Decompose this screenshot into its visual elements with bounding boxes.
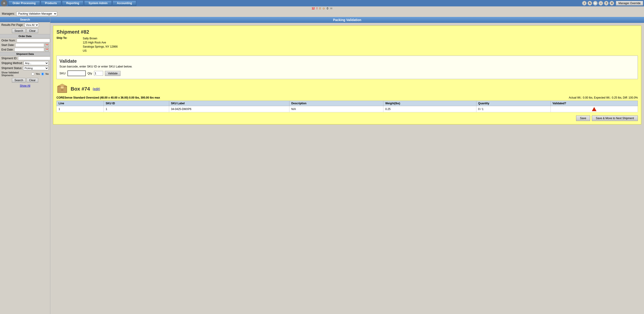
order-data-title: Order Data xyxy=(0,34,50,38)
refresh-icon[interactable]: ↻ xyxy=(588,1,592,6)
sidebar-search-title: Search xyxy=(0,17,50,22)
shipment-id-label: Shipment ID: xyxy=(1,57,17,60)
nav-accounting[interactable]: Accounting xyxy=(112,0,136,6)
info-icon[interactable]: i xyxy=(582,1,586,6)
actual-wt-value: 0.00 xyxy=(583,96,588,99)
bottom-search-button[interactable]: Search xyxy=(12,78,26,82)
no-radio[interactable] xyxy=(41,72,44,76)
shipment-id-input[interactable] xyxy=(18,56,50,60)
order-num-label: Order Num: xyxy=(1,39,16,42)
show-all-link[interactable]: Show All xyxy=(0,84,50,88)
validate-box: Validate Scan barcode, enter SKU ID or e… xyxy=(56,56,638,79)
minus-icon[interactable]: − xyxy=(598,1,603,6)
validate-title: Validate xyxy=(60,58,635,64)
cell-description: N/A xyxy=(290,106,384,112)
bottom-clear-button[interactable]: Clear xyxy=(26,78,38,82)
notification-bar: 12! 0⊙ 0✉ xyxy=(0,6,644,10)
start-date-label: Start Date: xyxy=(1,44,14,47)
results-per-page-label: Results Per Page: xyxy=(1,23,24,26)
managers-bar: Managers: Packing Validation Manager xyxy=(0,10,644,17)
ship-to-address: Sally Brown 125 High Rock Ave Saratoga S… xyxy=(83,36,118,53)
nav-reporting[interactable]: Reporting xyxy=(62,0,84,6)
cell-sku-label: 34-0425-DMXP6 xyxy=(169,106,290,112)
box-icon xyxy=(56,83,68,95)
save-row: Save Save & Move to Next Shipment xyxy=(56,116,638,121)
yes-label: Yes xyxy=(36,72,40,75)
cell-quantity: 0 / 1 xyxy=(476,106,550,112)
sku-input[interactable] xyxy=(68,70,86,76)
results-per-page-select[interactable]: View All 10 25 50 xyxy=(24,23,39,27)
table-row: 1 1 34-0425-DMXP6 N/A 0.25 0 / 1 xyxy=(57,106,638,112)
manager-override-button[interactable]: Manager Override xyxy=(616,1,643,6)
bottom-search-btn-row: Search Clear xyxy=(0,77,50,84)
box-info-row: CORESense Standard Oversized (48.00 x 40… xyxy=(56,96,638,99)
shipment-status-row: Shipment Status: Picking Packing Shipped xyxy=(0,66,50,71)
shipping-method-row: Shipping Method: Any... UPS FedEx USPS xyxy=(0,60,50,66)
shipment-title: Shipment #82 xyxy=(56,29,638,35)
clock-icon[interactable]: 🕐 xyxy=(593,1,598,6)
results-per-page-row: Results Per Page: View All 10 25 50 xyxy=(0,22,50,28)
no-label: No xyxy=(46,72,49,75)
nav-icons: i ↻ 🕐 − ? ✕ xyxy=(582,1,616,6)
message-count: 0 xyxy=(327,7,328,10)
svg-point-1 xyxy=(3,2,5,4)
order-num-row: Order Num: xyxy=(0,38,50,43)
top-search-button[interactable]: Search xyxy=(12,28,26,33)
col-line: Line xyxy=(57,101,104,106)
nav-system-admin[interactable]: System Admin xyxy=(84,0,112,6)
box-header: Box #74 (edit) xyxy=(56,83,638,95)
shipment-panel: Shipment #82 Ship To: Sally Brown 125 Hi… xyxy=(53,26,641,124)
cell-validated xyxy=(550,106,638,112)
end-date-input[interactable] xyxy=(14,48,44,52)
cell-sku-id: 1 xyxy=(104,106,169,112)
managers-dropdown[interactable]: Packing Validation Manager xyxy=(16,12,57,16)
qty-input[interactable] xyxy=(94,71,103,76)
page-title: Packing Validation xyxy=(50,17,644,23)
ship-to-row: Ship To: Sally Brown 125 High Rock Ave S… xyxy=(56,36,638,53)
help-icon[interactable]: ? xyxy=(604,1,608,6)
show-validated-label: Show Validated Shipments: xyxy=(1,71,30,76)
cell-weight: 0.25 xyxy=(384,106,476,112)
validate-button[interactable]: Validate xyxy=(105,71,120,76)
nav-products[interactable]: Products xyxy=(41,0,61,6)
managers-label: Managers: xyxy=(2,12,15,15)
validate-instruction: Scan barcode, enter SKU ID or enter SKU … xyxy=(60,65,635,68)
start-date-calendar-icon[interactable]: 📅 xyxy=(45,43,49,47)
col-sku-id: SKU ID xyxy=(104,101,169,106)
end-date-label: End Date: xyxy=(1,48,14,51)
alert-count: 12 xyxy=(312,7,314,10)
expected-wt-label: lbs, Expected Wt.: 0.25 lbs, Diff: 100.0… xyxy=(589,96,638,99)
nav-order-processing[interactable]: Order Processing xyxy=(8,0,40,6)
start-date-row: Start Date: 📅 xyxy=(0,43,50,47)
qty-label: Qty xyxy=(88,72,92,75)
content-inner: Shipment #82 Ship To: Sally Brown 125 Hi… xyxy=(50,23,644,127)
order-num-input[interactable] xyxy=(17,39,50,42)
app-logo[interactable] xyxy=(1,0,7,6)
main-layout: Search Results Per Page: View All 10 25 … xyxy=(0,17,644,314)
validated-warning-icon xyxy=(552,107,636,111)
actual-wt-label: Actual Wt.: xyxy=(569,96,582,99)
top-search-btn-row: Search Clear xyxy=(0,28,50,34)
cell-line: 1 xyxy=(57,106,104,112)
save-move-next-button[interactable]: Save & Move to Next Shipment xyxy=(592,116,638,121)
top-nav-bar: Order Processing Products Reporting Syst… xyxy=(0,0,644,6)
ship-to-label: Ship To: xyxy=(56,36,67,53)
ship-to-name: Sally Brown xyxy=(83,36,118,40)
shipment-data-title: Shipment Data xyxy=(0,52,50,56)
svg-rect-5 xyxy=(60,86,64,88)
shipment-id-row: Shipment ID: xyxy=(0,56,50,60)
shipment-status-label: Shipment Status: xyxy=(1,66,22,70)
box-edit-link[interactable]: (edit) xyxy=(92,87,100,91)
yes-radio[interactable] xyxy=(31,72,34,76)
box-description: CORESense Standard Oversized (48.00 x 40… xyxy=(56,96,160,99)
start-date-input[interactable] xyxy=(15,43,44,47)
save-button[interactable]: Save xyxy=(576,116,590,121)
ship-to-country: US xyxy=(83,49,118,53)
svg-marker-3 xyxy=(58,84,67,86)
close-icon[interactable]: ✕ xyxy=(610,1,614,6)
shipping-method-select[interactable]: Any... UPS FedEx USPS xyxy=(24,61,49,65)
top-clear-button[interactable]: Clear xyxy=(26,28,38,33)
shipment-status-select[interactable]: Picking Packing Shipped xyxy=(23,66,49,70)
warning-count: 0 xyxy=(319,7,321,10)
end-date-calendar-icon[interactable]: 📅 xyxy=(45,48,49,52)
